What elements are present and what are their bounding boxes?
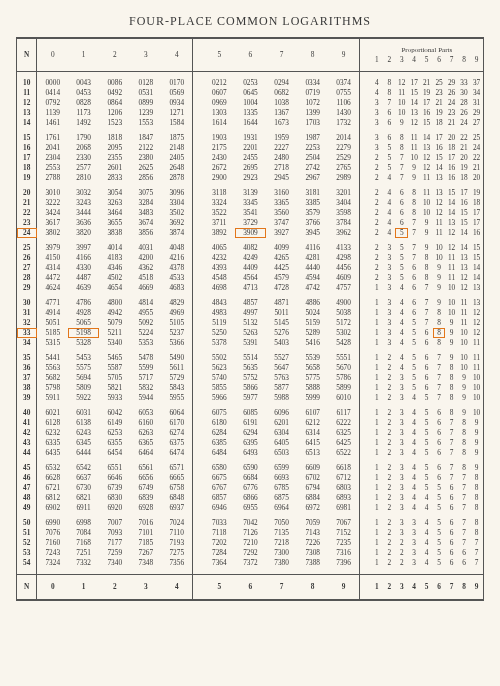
cell-d1: 3444 <box>68 208 99 218</box>
table-row: 4060216031604260536064607560856096610761… <box>17 408 483 418</box>
cell-d0: 6435 <box>37 448 68 458</box>
row-n: 16 <box>17 143 37 153</box>
cell-p9: 10 <box>470 408 483 418</box>
cell-d3: 1239 <box>130 108 161 118</box>
cell-p6: 17 <box>433 133 445 143</box>
cell-d2: 5933 <box>99 393 130 403</box>
cell-d9: 4757 <box>328 283 359 293</box>
cell-p3: 3 <box>395 428 407 438</box>
cell-d4: 2648 <box>161 163 192 173</box>
cell-p4: 9 <box>408 163 420 173</box>
cell-p9: 13 <box>470 298 483 308</box>
cell-d6: 2201 <box>235 143 266 153</box>
cell-d5: 3711 <box>204 218 235 228</box>
cell-p6: 8 <box>433 338 445 348</box>
page-title: FOUR-PLACE COMMON LOGARITHMS <box>16 14 484 29</box>
cell-d5: 5502 <box>204 353 235 363</box>
cell-d3: 5092 <box>130 318 161 328</box>
cell-d7: 6304 <box>266 428 297 438</box>
cell-d1: 0453 <box>68 88 99 98</box>
row-n: 53 <box>17 548 37 558</box>
cell-d3: 5353 <box>130 338 161 348</box>
cell-p8: 15 <box>458 208 470 218</box>
row-n: 12 <box>17 98 37 108</box>
cell-d4: 2148 <box>161 143 192 153</box>
cell-d4: 7356 <box>161 558 192 575</box>
cell-p1: 2 <box>371 218 383 228</box>
cell-p4: 6 <box>408 273 420 283</box>
cell-p6: 7 <box>433 393 445 403</box>
table-row: 1620412068209521222148217522012227225322… <box>17 143 483 153</box>
cell-d1: 6730 <box>68 483 99 493</box>
cell-p8: 7 <box>458 483 470 493</box>
cell-p4: 8 <box>408 208 420 218</box>
cell-d7: 2718 <box>266 163 297 173</box>
cell-d3: 6561 <box>130 463 161 473</box>
cell-p5: 6 <box>420 363 432 373</box>
cell-p9: 14 <box>470 273 483 283</box>
cell-p7: 6 <box>445 503 457 513</box>
table-row: 2030103032305430753096311831393160318132… <box>17 188 483 198</box>
cell-p7: 9 <box>445 353 457 363</box>
cell-d1: 6911 <box>68 503 99 513</box>
cell-d6: 4082 <box>235 243 266 253</box>
cell-p1: 2 <box>371 163 383 173</box>
cell-p4: 6 <box>408 283 420 293</box>
cell-d5: 5855 <box>204 383 235 393</box>
cell-d1: 5575 <box>68 363 99 373</box>
table-row: 4969026911692069286937694669556964697269… <box>17 503 483 513</box>
cell-d0: 0414 <box>37 88 68 98</box>
cell-d1: 3032 <box>68 188 99 198</box>
cell-d3: 2856 <box>130 173 161 183</box>
cell-d8: 5159 <box>297 318 328 328</box>
cell-d3: 6749 <box>130 483 161 493</box>
cell-p2: 2 <box>383 493 395 503</box>
cell-d9: 6803 <box>328 483 359 493</box>
row-n: 51 <box>17 528 37 538</box>
cell-p4: 5 <box>408 373 420 383</box>
cell-p4: 6 <box>408 263 420 273</box>
cell-p1: 2 <box>371 208 383 218</box>
cell-d1: 5065 <box>68 318 99 328</box>
cell-d2: 4800 <box>99 298 130 308</box>
cell-d6: 6684 <box>235 473 266 483</box>
cell-p3: 6 <box>395 208 407 218</box>
cell-d0: 3010 <box>37 188 68 198</box>
row-n: 21 <box>17 198 37 208</box>
row-n: 48 <box>17 493 37 503</box>
cell-p6: 9 <box>433 273 445 283</box>
cell-p1: 1 <box>371 408 383 418</box>
cell-d9: 1732 <box>328 118 359 128</box>
cell-p8: 28 <box>458 98 470 108</box>
cell-p5: 4 <box>420 548 432 558</box>
cell-d6: 0253 <box>235 72 266 89</box>
cell-d7: 4265 <box>266 253 297 263</box>
cell-d6: 4249 <box>235 253 266 263</box>
row-n: 37 <box>17 373 37 383</box>
table-row: 1104140453049205310569060706450682071907… <box>17 88 483 98</box>
cell-d4: 6170 <box>161 418 192 428</box>
cell-p1: 3 <box>371 98 383 108</box>
cell-d6: 3345 <box>235 198 266 208</box>
cell-p3: 3 <box>395 373 407 383</box>
cell-p5: 8 <box>420 273 432 283</box>
cell-d1: 6444 <box>68 448 99 458</box>
cell-d6: 6955 <box>235 503 266 513</box>
cell-p8: 13 <box>458 253 470 263</box>
cell-p5: 21 <box>420 72 432 89</box>
cell-d8: 6884 <box>297 493 328 503</box>
cell-d1: 3243 <box>68 198 99 208</box>
cell-d2: 4014 <box>99 243 130 253</box>
cell-d4: 3692 <box>161 218 192 228</box>
cell-d1: 6821 <box>68 493 99 503</box>
cell-d9: 5786 <box>328 373 359 383</box>
cell-d0: 6021 <box>37 408 68 418</box>
row-n: 39 <box>17 393 37 403</box>
cell-d5: 4548 <box>204 273 235 283</box>
cell-p6: 7 <box>433 383 445 393</box>
cell-p5: 10 <box>420 198 432 208</box>
cell-d4: 6665 <box>161 473 192 483</box>
cell-d7: 6599 <box>266 463 297 473</box>
cell-p2: 4 <box>383 198 395 208</box>
cell-d3: 2380 <box>130 153 161 163</box>
